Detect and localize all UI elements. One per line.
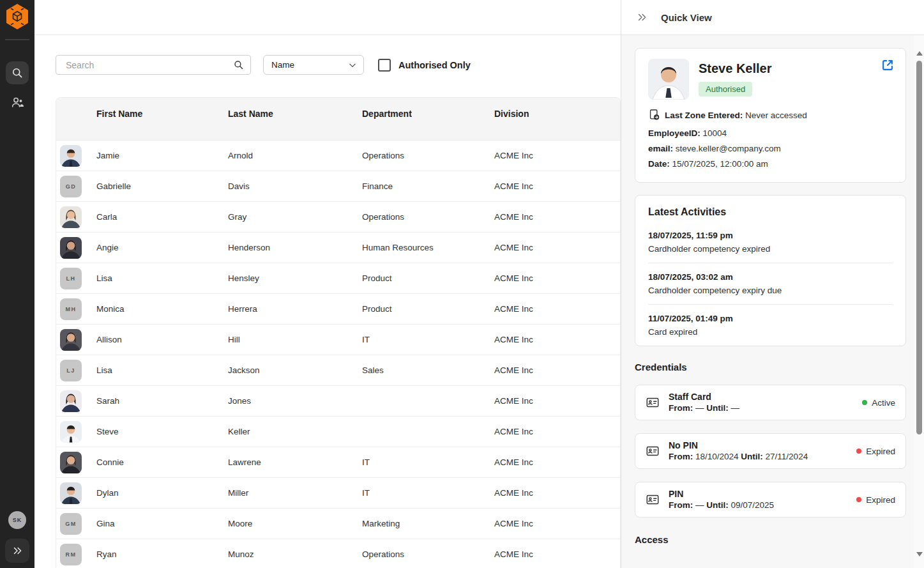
person-field: EmployeeID: 10004 <box>648 126 893 141</box>
cell-avatar <box>56 329 96 351</box>
table-body: JamieArnoldOperationsACME IncGDGabrielle… <box>56 140 620 568</box>
filter-select[interactable]: Name <box>263 55 364 75</box>
people-icon <box>10 95 25 110</box>
cell-avatar <box>56 482 96 504</box>
cell-avatar <box>56 206 96 228</box>
column-last-name[interactable]: Last Name <box>228 109 362 140</box>
latest-activities-card: Latest Activities 18/07/2025, 11:59 pm C… <box>635 195 906 346</box>
quick-view-panel: Quick View Steve Keller Authorised <box>621 0 924 568</box>
avatar-initials: GD <box>60 176 82 197</box>
sidebar-item-cardholders[interactable] <box>6 91 29 114</box>
table-row[interactable]: GMGinaMooreMarketingACME Inc <box>56 508 620 539</box>
credential-status: Expired <box>856 447 895 456</box>
authorised-only-checkbox[interactable] <box>378 59 391 72</box>
cell-first-name: Jamie <box>96 151 228 160</box>
avatar-photo <box>60 452 82 473</box>
user-avatar[interactable]: SK <box>8 511 26 529</box>
credential-info: PIN From: — Until: 09/07/2025 <box>669 488 774 511</box>
activity-description: Cardholder competency expired <box>648 244 893 254</box>
person-field-label: email: <box>648 144 673 153</box>
cell-avatar: GD <box>56 176 96 197</box>
open-record-button[interactable] <box>881 58 895 75</box>
credential-name: No PIN <box>669 440 808 451</box>
quick-view-body: Steve Keller Authorised Last Zone Entere… <box>621 35 924 568</box>
access-title: Access <box>635 534 906 545</box>
cell-division: ACME Inc <box>494 396 620 406</box>
cell-first-name: Lisa <box>96 365 228 375</box>
cell-avatar <box>56 421 96 443</box>
status-text: Active <box>872 398 895 408</box>
avatar-photo <box>60 206 82 228</box>
search-input[interactable] <box>64 59 233 71</box>
cell-division: ACME Inc <box>494 457 620 467</box>
table-row[interactable]: MHMonicaHerreraProductACME Inc <box>56 293 620 324</box>
scroll-up-arrow[interactable] <box>916 51 923 56</box>
cell-last-name: Davis <box>228 181 362 191</box>
main-content: Name Authorised Only First Name Last Nam… <box>34 35 621 568</box>
sidebar-expand-button[interactable] <box>5 539 29 563</box>
credential-card[interactable]: Staff Card From: — Until: — Active <box>635 385 906 420</box>
cell-last-name: Henderson <box>228 243 362 252</box>
table-row[interactable]: DylanMillerITACME Inc <box>56 477 620 508</box>
cell-avatar <box>56 145 96 167</box>
cell-department: Operations <box>362 212 494 222</box>
table-row[interactable]: ConnieLawreneITACME Inc <box>56 447 620 477</box>
cell-last-name: Arnold <box>228 151 362 160</box>
avatar-initials: LJ <box>60 360 82 381</box>
table-row[interactable]: CarlaGrayOperationsACME Inc <box>56 201 620 232</box>
cell-division: ACME Inc <box>494 212 620 222</box>
credential-card[interactable]: No PIN From: 18/10/2024 Until: 27/11/202… <box>635 433 906 469</box>
person-field-label: Date: <box>648 159 670 169</box>
table-row[interactable]: JamieArnoldOperationsACME Inc <box>56 140 620 171</box>
cell-avatar: RM <box>56 544 96 565</box>
app-logo[interactable] <box>3 2 31 31</box>
status-dot <box>856 497 861 502</box>
activity-item: 18/07/2025, 11:59 pm Cardholder competen… <box>648 231 893 254</box>
table-row[interactable]: SteveKellerACME Inc <box>56 416 620 447</box>
sidebar-item-search[interactable] <box>6 61 29 84</box>
search-box[interactable] <box>56 55 251 75</box>
main-area: Name Authorised Only First Name Last Nam… <box>34 0 621 568</box>
credentials-title: Credentials <box>635 362 906 372</box>
collapse-panel-icon[interactable] <box>636 12 648 23</box>
table-row[interactable]: RMRyanMunozOperationsACME Inc <box>56 539 620 568</box>
quick-view-title: Quick View <box>661 12 712 23</box>
authorised-only-control[interactable]: Authorised Only <box>378 59 471 72</box>
cell-first-name: Ryan <box>96 549 228 559</box>
cell-first-name: Angie <box>96 243 228 252</box>
status-dot <box>856 449 861 454</box>
credential-status: Active <box>862 398 895 408</box>
column-avatar <box>56 109 96 140</box>
cell-department: IT <box>362 457 494 467</box>
person-field: email: steve.keller@company.com <box>648 141 893 157</box>
table-row[interactable]: AngieHendersonHuman ResourcesACME Inc <box>56 232 620 263</box>
table-row[interactable]: AllisonHillITACME Inc <box>56 324 620 355</box>
status-dot <box>862 400 867 405</box>
table-row[interactable]: SarahJonesACME Inc <box>56 385 620 416</box>
column-division[interactable]: Division <box>494 109 620 140</box>
cell-department: Human Resources <box>362 243 494 252</box>
cell-division: ACME Inc <box>494 365 620 375</box>
scrollbar-thumb[interactable] <box>916 61 922 434</box>
credential-list: Staff Card From: — Until: — Active No PI… <box>635 385 906 518</box>
activity-description: Cardholder competency expiry due <box>648 286 893 295</box>
id-card-icon <box>646 444 660 458</box>
cell-first-name: Connie <box>96 457 228 467</box>
quick-view-header: Quick View <box>621 0 924 35</box>
scroll-down-arrow[interactable] <box>916 552 923 556</box>
table-row[interactable]: GDGabrielleDavisFinanceACME Inc <box>56 171 620 201</box>
table-row[interactable]: LHLisaHensleyProductACME Inc <box>56 263 620 293</box>
chevron-down-icon <box>348 61 357 70</box>
table-row[interactable]: LJLisaJacksonSalesACME Inc <box>56 355 620 385</box>
zone-entered-icon <box>648 109 660 126</box>
credential-card[interactable]: PIN From: — Until: 09/07/2025 Expired <box>635 482 906 518</box>
column-department[interactable]: Department <box>362 109 494 140</box>
cell-first-name: Monica <box>96 304 228 314</box>
cell-first-name: Allison <box>96 335 228 344</box>
panel-scrollbar[interactable] <box>914 35 924 568</box>
column-first-name[interactable]: First Name <box>96 109 228 140</box>
cell-avatar <box>56 390 96 412</box>
cell-last-name: Jones <box>228 396 362 406</box>
person-field: Date: 15/07/2025, 12:00:00 am <box>648 157 893 172</box>
id-card-icon <box>646 493 660 507</box>
